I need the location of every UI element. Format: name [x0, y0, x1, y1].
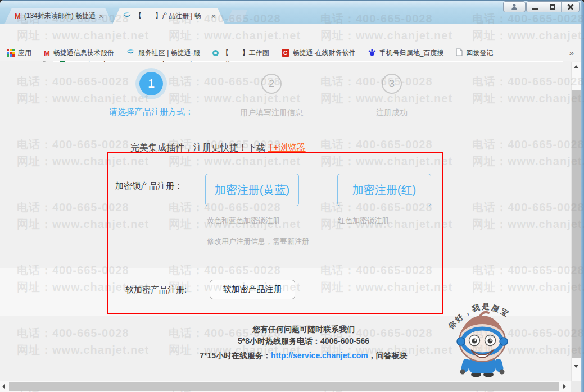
- browser-window: M (134封未读邮件) 畅捷通 × 【 】产品注册 | 畅 ×: [0, 0, 584, 392]
- tplus-browser-link[interactable]: T+浏览器: [268, 143, 305, 152]
- maximize-button[interactable]: [544, 2, 562, 12]
- bookmark-chanjet-finance[interactable]: C 畅捷通-在线财务软件: [282, 48, 356, 58]
- scroll-up-icon[interactable]: [574, 65, 578, 68]
- register-desc-yellow-blue: 黄色和蓝色加密锁注册: [207, 216, 280, 226]
- tab-title: 【 】产品注册 | 畅: [135, 11, 208, 21]
- scroll-left-icon[interactable]: [2, 384, 5, 389]
- close-icon: [567, 3, 574, 10]
- baidu-icon: [368, 48, 376, 58]
- page-content: 1 2 3 请选择产品注册方式： 用户填写注册信息 注册成功 完美集成插件，注册…: [0, 62, 571, 381]
- vertical-scroll-thumb[interactable]: [572, 90, 581, 358]
- horizontal-scroll-thumb[interactable]: [9, 382, 559, 391]
- step-connector: [169, 84, 259, 84]
- vertical-scrollbar[interactable]: [571, 62, 581, 381]
- title-bar: M (134封未读邮件) 畅捷通 × 【 】产品注册 | 畅 ×: [0, 0, 584, 24]
- tab-close-icon[interactable]: ×: [99, 12, 103, 20]
- scroll-down-icon[interactable]: [574, 365, 578, 368]
- promo-text: 完美集成插件，注册更快捷！下载 T+浏览器: [130, 142, 306, 154]
- step-circle-2: 2: [261, 74, 282, 94]
- footer-line3-prefix: 7*15小时在线服务：: [200, 351, 271, 360]
- scroll-right-icon[interactable]: [563, 384, 566, 389]
- ring-icon: [212, 50, 219, 56]
- apps-grid-icon: [7, 49, 15, 57]
- tab-product-register[interactable]: 【 】产品注册 | 畅 ×: [112, 8, 225, 24]
- bookmark-label: 回拨登记: [466, 48, 493, 58]
- register-desc-red: 红色加密锁注册: [338, 216, 389, 226]
- bookmark-baidu-phone[interactable]: 手机号归属地_百度搜: [368, 48, 444, 58]
- bookmark-service-community[interactable]: 服务社区 | 畅捷通-服: [126, 48, 200, 58]
- profile-button[interactable]: [503, 1, 526, 12]
- new-tab-button[interactable]: [227, 10, 247, 22]
- bookmark-label: 服务社区 | 畅捷通-服: [138, 48, 200, 58]
- bookmark-label: 畅捷通-在线财务软件: [293, 48, 356, 58]
- mascot-figure: [457, 312, 508, 377]
- close-button[interactable]: [562, 2, 579, 12]
- bookmarks-bar: 应用 M 畅捷通信息技术股份 服务社区 | 畅捷通-服 【 】工作圈 C 畅捷通…: [0, 45, 584, 61]
- gmail-icon: M: [15, 12, 21, 20]
- promo-prefix: 完美集成插件，注册更快捷！下载: [130, 143, 268, 152]
- lock-register-label: 加密锁产品注册：: [115, 181, 183, 192]
- register-yellow-blue-button[interactable]: 加密注册(黄蓝): [205, 174, 299, 206]
- step-connector: [292, 84, 379, 84]
- window-frame-right: [581, 0, 584, 392]
- chanjet-icon: [126, 48, 135, 58]
- step-label-3: 注册成功: [330, 108, 454, 118]
- register-red-button[interactable]: 加密注册(红): [337, 174, 431, 206]
- step-label-1: 请选择产品注册方式：: [89, 107, 213, 117]
- bookmark-label: 【 】工作圈: [222, 48, 269, 58]
- soft-register-button[interactable]: 软加密产品注册: [210, 280, 295, 299]
- bookmark-label: 应用: [18, 48, 31, 58]
- bookmark-label: 手机号归属地_百度搜: [379, 48, 444, 58]
- bookmark-apps[interactable]: 应用: [7, 48, 31, 58]
- tab-mail[interactable]: M (134封未读邮件) 畅捷通 ×: [4, 8, 112, 24]
- mascot-helper[interactable]: 你好，我是服宝: [445, 289, 521, 381]
- gmail-icon: M: [44, 49, 50, 57]
- service-site-link[interactable]: http://service.chanjet.com: [271, 351, 368, 360]
- bookmarks-overflow-chevron[interactable]: »: [569, 48, 574, 57]
- step-circle-1: 1: [139, 72, 163, 95]
- bookmark-workcircle[interactable]: 【 】工作圈: [212, 48, 269, 58]
- page-icon: [456, 48, 463, 58]
- step-label-2: 用户填写注册信息: [210, 108, 333, 118]
- chanjet-c-icon: C: [282, 49, 289, 57]
- horizontal-scrollbar[interactable]: [0, 381, 571, 392]
- bookmark-label: 畅捷通信息技术股份: [53, 48, 114, 58]
- bookmark-chanjet-mail[interactable]: M 畅捷通信息技术股份: [44, 48, 114, 58]
- bookmark-callback[interactable]: 回拨登记: [456, 48, 493, 58]
- tab-close-icon[interactable]: ×: [211, 12, 216, 20]
- person-icon: [511, 3, 518, 10]
- minimize-icon: [532, 8, 538, 10]
- minimize-button[interactable]: [527, 2, 544, 12]
- browser-toolbar: 安全 | https://service.chanjet.com/product…: [0, 24, 584, 45]
- soft-register-label: 软加密产品注册:: [125, 285, 187, 295]
- register-note: 修改用户注册信息，需要新注册: [207, 236, 309, 247]
- window-controls: [526, 1, 580, 12]
- footer-line3-suffix: ，问答板块: [368, 351, 408, 360]
- chanjet-icon: [123, 11, 132, 21]
- maximize-icon: [550, 4, 555, 10]
- tab-title: (134封未读邮件) 畅捷通: [24, 11, 96, 21]
- step-circle-3: 3: [382, 74, 402, 94]
